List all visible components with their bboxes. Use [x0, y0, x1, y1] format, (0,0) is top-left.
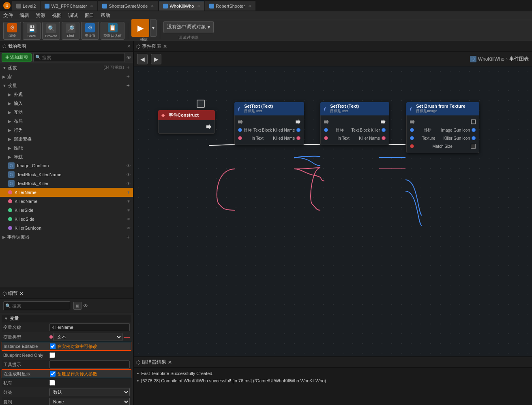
- settext2-target-in[interactable]: [324, 128, 328, 132]
- class-settings-button[interactable]: ⚙ 类设置: [81, 22, 99, 40]
- setbrush-igi-out[interactable]: [472, 128, 476, 132]
- tab-level2[interactable]: Level2: [12, 1, 40, 11]
- var-item-performance[interactable]: ▶ 性能: [0, 143, 133, 152]
- tab-shooter[interactable]: ShooterGameMode ✕: [98, 1, 158, 11]
- variables-section-header[interactable]: ▼ 变量 +: [0, 81, 133, 90]
- nav-item-killedname[interactable]: KilledName 👁: [0, 197, 133, 206]
- var-item-layout[interactable]: ▶ 布局: [0, 117, 133, 126]
- compile-button[interactable]: ⚙ 编译: [3, 22, 21, 40]
- play-dropdown[interactable]: ▾: [150, 19, 157, 37]
- tooltip-value[interactable]: [49, 360, 130, 369]
- var-type-remove[interactable]: —: [124, 334, 130, 340]
- tooltip-input[interactable]: [49, 360, 130, 369]
- browse-button[interactable]: 🔍 Browse: [42, 22, 60, 40]
- var-item-behavior[interactable]: ▶ 行为: [0, 126, 133, 134]
- nav-eye-2[interactable]: 👁: [127, 181, 131, 186]
- settext2-intext-in[interactable]: [324, 136, 328, 140]
- menu-help[interactable]: 帮助: [101, 12, 110, 19]
- setbrush-matchsize-in[interactable]: [410, 144, 414, 148]
- bp-search-box[interactable]: 🔍: [33, 53, 125, 62]
- node-setbrush[interactable]: ƒ Set Brush from Texture 目标是Image: [406, 102, 479, 153]
- settext1-exec-in[interactable]: [238, 119, 243, 124]
- nav-eye-1[interactable]: 👁: [127, 173, 131, 177]
- menu-window[interactable]: 窗口: [84, 12, 94, 19]
- find-button[interactable]: 🔎 Find: [62, 22, 79, 40]
- nav-eye-0[interactable]: 👁: [127, 164, 131, 168]
- menu-edit[interactable]: 编辑: [19, 12, 29, 19]
- node-construct[interactable]: ◆ 事件Construct: [158, 110, 215, 134]
- menu-asset[interactable]: 资源: [36, 12, 45, 19]
- node-settext1[interactable]: ƒ SetText (Text) 目标是Text 目: [234, 102, 304, 145]
- tab-close-wb[interactable]: ✕: [90, 4, 93, 8]
- play-button[interactable]: ▶: [131, 19, 149, 37]
- var-item-interaction[interactable]: ▶ 互动: [0, 108, 133, 117]
- macros-add-icon[interactable]: +: [126, 73, 131, 80]
- var-item-appearance[interactable]: ▶ 外观: [0, 90, 133, 99]
- var-name-value[interactable]: [49, 323, 130, 331]
- show-on-spawn-checkbox[interactable]: [50, 371, 56, 377]
- tab-close-robert[interactable]: ✕: [248, 4, 251, 8]
- setbrush-matchsize-checkbox[interactable]: [471, 144, 476, 149]
- tab-wb-fpp[interactable]: WB_FPPCharater ✕: [41, 1, 97, 11]
- settext2-exec-out[interactable]: [381, 119, 386, 124]
- compiler-close[interactable]: ✕: [168, 360, 172, 365]
- nav-eye-5[interactable]: 👁: [127, 208, 131, 213]
- nav-eye-4[interactable]: 👁: [127, 199, 131, 204]
- event-add-icon[interactable]: +: [126, 234, 131, 240]
- replication-select[interactable]: None: [49, 398, 130, 405]
- details-search-input[interactable]: [12, 303, 68, 308]
- nav-back-button[interactable]: ◀: [137, 54, 148, 64]
- category-value[interactable]: 数认: [49, 388, 130, 396]
- nav-eye-3[interactable]: 👁: [127, 190, 131, 195]
- save-button[interactable]: 💾 Save: [23, 22, 41, 40]
- tab-close-who[interactable]: ✕: [197, 4, 200, 8]
- macros-section-header[interactable]: ▶ 宏 +: [0, 72, 133, 81]
- setbrush-exec-in[interactable]: [410, 119, 415, 124]
- menu-view[interactable]: 视图: [52, 12, 62, 19]
- functions-add-icon[interactable]: +: [126, 64, 131, 71]
- category-select[interactable]: 数认: [49, 388, 130, 396]
- variable-section-toggle[interactable]: ▼ 变量: [2, 315, 131, 322]
- setbrush-texture-in[interactable]: [410, 136, 414, 140]
- node-settext2[interactable]: ƒ SetText (Text) 目标是Text 目: [320, 102, 389, 145]
- nav-forward-button[interactable]: ▶: [151, 54, 161, 64]
- settext1-tbn-out[interactable]: [296, 128, 300, 132]
- instance-editable-checkbox[interactable]: [50, 343, 56, 349]
- settext2-tbk-out[interactable]: [382, 128, 386, 132]
- nav-item-killerside[interactable]: KillerSide 👁: [0, 206, 133, 215]
- class-default-button[interactable]: 📋 类默认认值: [101, 22, 124, 40]
- settext1-target-in[interactable]: [238, 128, 242, 132]
- graph-canvas[interactable]: ◆ 事件Construct ƒ SetTe: [134, 66, 532, 356]
- nav-eye-6[interactable]: 👁: [127, 217, 131, 222]
- var-type-select[interactable]: 文本: [54, 333, 122, 341]
- nav-item-textblock-killed[interactable]: ⬡ TextBlock_KilledName 👁: [0, 170, 133, 179]
- nav-eye-7[interactable]: 👁: [127, 226, 131, 230]
- setbrush-target-in[interactable]: [410, 128, 414, 132]
- replication-value[interactable]: None: [49, 398, 130, 405]
- construct-exec-out[interactable]: [206, 124, 211, 129]
- setbrush-kgi-out[interactable]: [472, 136, 476, 140]
- details-search-box[interactable]: 🔍: [3, 301, 70, 310]
- tab-robert[interactable]: RobertShooter ✕: [205, 1, 255, 11]
- menu-file[interactable]: 文件: [3, 12, 13, 19]
- nav-item-killedside[interactable]: KilledSide 👁: [0, 215, 133, 224]
- menu-debug[interactable]: 调试: [68, 12, 78, 19]
- details-close[interactable]: ✕: [19, 291, 24, 296]
- nav-item-textblock-killer[interactable]: ⬡ TextBlock_Killer 👁: [0, 179, 133, 188]
- details-eye-button[interactable]: 👁: [83, 303, 88, 309]
- bp-panel-close[interactable]: ✕: [127, 44, 131, 49]
- event-dispatcher-header[interactable]: ▶ 事件调度器 +: [0, 232, 133, 241]
- details-grid-button[interactable]: ⊞: [73, 302, 82, 310]
- nav-item-killergunicon[interactable]: KillerGunIcon 👁: [0, 224, 133, 232]
- var-name-input[interactable]: [49, 323, 130, 331]
- private-checkbox[interactable]: [49, 380, 55, 386]
- setbrush-exec-out[interactable]: [471, 119, 476, 124]
- settext2-exec-in[interactable]: [324, 119, 329, 124]
- tab-close-shooter[interactable]: ✕: [151, 4, 154, 8]
- add-new-item-button[interactable]: ✚ 添加新项: [2, 53, 32, 62]
- tab-whokillwho[interactable]: WhoKillWho ✕: [159, 1, 204, 11]
- bp-readonly-checkbox[interactable]: [49, 352, 55, 358]
- settext1-kn-out[interactable]: [296, 136, 300, 140]
- var-item-render-transform[interactable]: ▶ 渲染变换: [0, 134, 133, 143]
- breadcrumb-parent[interactable]: WhoKillWho: [478, 56, 504, 62]
